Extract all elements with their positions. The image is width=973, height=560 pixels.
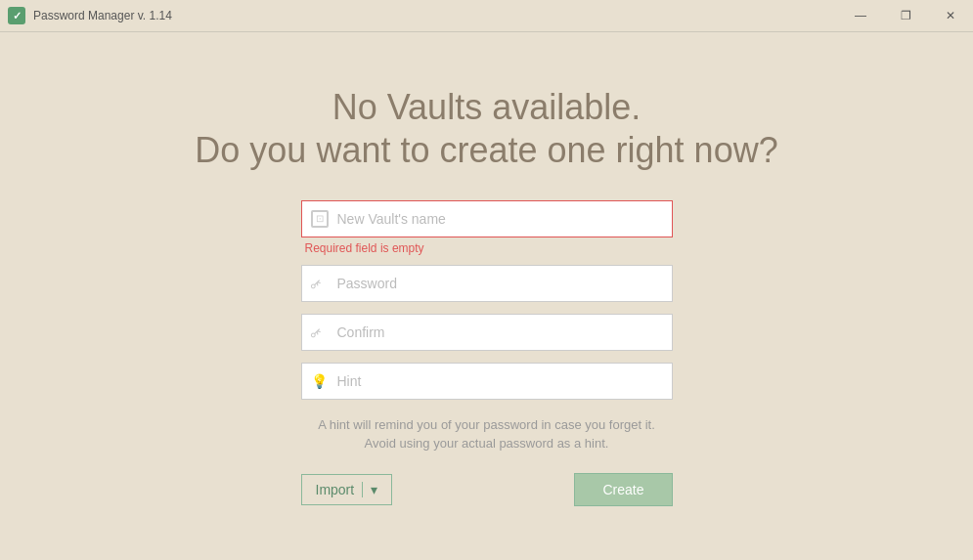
vault-name-input[interactable] [301, 200, 673, 237]
title-bar-controls: — ❐ ✕ [838, 0, 973, 32]
error-message: Required field is empty [301, 241, 673, 255]
import-button[interactable]: Import ▾ [301, 474, 393, 505]
app-icon-symbol: ✓ [13, 10, 22, 22]
password-input[interactable] [301, 265, 673, 302]
bulb-icon: 💡 [311, 373, 328, 389]
import-dropdown-arrow: ▾ [362, 482, 377, 497]
button-row: Import ▾ Create [301, 473, 673, 506]
import-label: Import [316, 482, 359, 497]
main-content: No Vaults available. Do you want to crea… [0, 32, 973, 560]
title-bar: ✓ Password Manager v. 1.14 — ❐ ✕ [0, 0, 973, 32]
hint-text-line1: A hint will remind you of your password … [318, 417, 655, 432]
vault-icon: ⊡ [311, 209, 329, 228]
hint-description: A hint will remind you of your password … [301, 415, 673, 453]
form-container: ⊡ Required field is empty ⚷ ⚷ 💡 A hint w… [301, 200, 673, 473]
hint-text-line2: Avoid using your actual password as a hi… [365, 436, 609, 451]
confirm-wrapper: ⚷ [301, 314, 673, 351]
vault-name-wrapper: ⊡ [301, 200, 673, 237]
app-title: Password Manager v. 1.14 [33, 9, 172, 22]
app-icon: ✓ [8, 7, 25, 24]
hint-input[interactable] [301, 363, 673, 400]
close-button[interactable]: ✕ [928, 0, 973, 32]
headline-line1: No Vaults available. [195, 86, 777, 128]
maximize-button[interactable]: ❐ [883, 0, 928, 32]
hint-wrapper: 💡 [301, 363, 673, 400]
confirm-input[interactable] [301, 314, 673, 351]
title-bar-left: ✓ Password Manager v. 1.14 [8, 7, 172, 24]
create-button[interactable]: Create [574, 473, 672, 506]
minimize-button[interactable]: — [838, 0, 883, 32]
password-wrapper: ⚷ [301, 265, 673, 302]
headline: No Vaults available. Do you want to crea… [195, 86, 777, 170]
headline-line2: Do you want to create one right now? [195, 129, 777, 171]
